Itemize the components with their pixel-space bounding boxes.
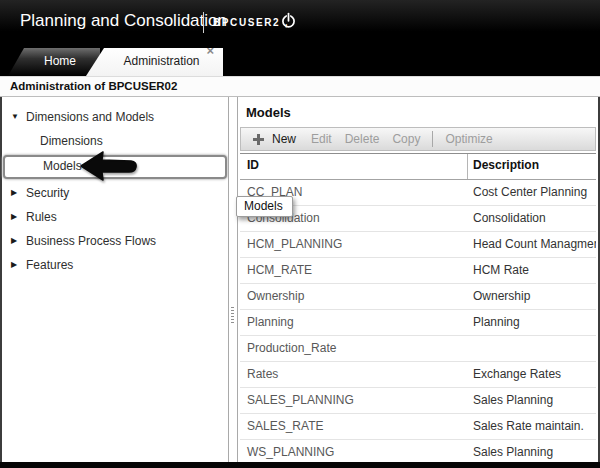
- sidebar-item-business-process-flows[interactable]: ▶ Business Process Flows: [2, 229, 228, 253]
- sidebar-item-label: Dimensions: [40, 134, 103, 148]
- table-header: ID Description: [240, 153, 596, 180]
- sidebar-item-label: Security: [26, 186, 69, 200]
- cell-id: HCM_RATE: [247, 263, 312, 277]
- cell-id: Planning: [247, 315, 294, 329]
- triangle-right-icon[interactable]: ▶: [11, 229, 17, 253]
- cell-description: Exchange Rates: [473, 367, 561, 381]
- sidebar-item-label: Models: [43, 159, 82, 173]
- cell-id: SALES_PLANNING: [247, 393, 354, 407]
- sidebar-item-security[interactable]: ▶ Security: [2, 181, 228, 205]
- table-row[interactable]: Ownership Ownership: [240, 284, 596, 310]
- sidebar-item-label: Features: [26, 258, 73, 272]
- table-row[interactable]: SALES_PLANNING Sales Planning: [240, 388, 596, 414]
- title-separator: [203, 12, 204, 33]
- table-row[interactable]: Consolidation Consolidation: [240, 206, 596, 232]
- tab-strip: Home Administration ×: [0, 45, 600, 76]
- table-row[interactable]: CC_PLAN Cost Center Planning: [240, 180, 596, 206]
- cell-description: Planning: [473, 315, 520, 329]
- logged-in-user: BPCUSER2 ,: [213, 17, 289, 28]
- new-button[interactable]: New: [272, 132, 296, 146]
- delete-button[interactable]: Delete: [345, 132, 380, 146]
- bottom-border-bar: [0, 462, 600, 468]
- cell-description: Sales Planning: [473, 445, 553, 459]
- sidebar-item-label: Dimensions and Models: [26, 110, 154, 124]
- table-row[interactable]: Planning Planning: [240, 310, 596, 336]
- power-icon[interactable]: [280, 12, 297, 29]
- cell-id: Ownership: [247, 289, 304, 303]
- optimize-button[interactable]: Optimize: [445, 132, 492, 146]
- cell-id: Rates: [247, 367, 278, 381]
- main-panel: Models New Edit Delete Copy Optimize ID …: [238, 97, 598, 462]
- copy-button[interactable]: Copy: [392, 132, 420, 146]
- table-body: CC_PLAN Cost Center Planning Consolidati…: [240, 180, 596, 462]
- table-row[interactable]: Rates Exchange Rates: [240, 362, 596, 388]
- cell-description: Consolidation: [473, 211, 546, 225]
- admin-header: Administration of BPCUSER02: [0, 76, 600, 97]
- triangle-right-icon[interactable]: ▶: [11, 181, 17, 205]
- models-tooltip: Models: [236, 196, 293, 217]
- sidebar-item-dimensions-and-models[interactable]: ▼ Dimensions and Models: [2, 105, 228, 129]
- cell-id: HCM_PLANNING: [247, 237, 342, 251]
- app-title: Planning and Consolidation: [20, 11, 227, 31]
- sidebar-item-label: Rules: [26, 210, 57, 224]
- cell-description: Sales Planning: [473, 393, 553, 407]
- tab-administration[interactable]: Administration ×: [86, 48, 223, 76]
- table-row[interactable]: Production_Rate: [240, 336, 596, 362]
- plus-icon[interactable]: [253, 134, 264, 145]
- cell-description: Cost Center Planning: [473, 185, 587, 199]
- table-row[interactable]: WS_PLANNING Sales Planning: [240, 440, 596, 462]
- toolbar-separator: [432, 131, 433, 147]
- panel-splitter[interactable]: [228, 97, 238, 462]
- page-title: Administration of BPCUSER02: [10, 77, 600, 95]
- annotation-arrow-icon: [78, 149, 140, 183]
- panel-title: Models: [246, 105, 598, 120]
- cell-description: Head Count Managment Pla: [473, 237, 596, 251]
- toolbar: New Edit Delete Copy Optimize: [240, 127, 596, 151]
- cell-description: Sales Rate maintain.: [473, 419, 584, 433]
- column-header-description[interactable]: Description: [473, 158, 539, 172]
- cell-description: HCM Rate: [473, 263, 529, 277]
- column-header-id[interactable]: ID: [247, 158, 259, 172]
- table-row[interactable]: SALES_RATE Sales Rate maintain.: [240, 414, 596, 440]
- tab-administration-label: Administration: [123, 54, 199, 68]
- edit-button[interactable]: Edit: [311, 132, 332, 146]
- sidebar-item-label: Business Process Flows: [26, 234, 156, 248]
- triangle-right-icon[interactable]: ▶: [11, 205, 17, 229]
- table-row[interactable]: HCM_PLANNING Head Count Managment Pla: [240, 232, 596, 258]
- cell-description: Ownership: [473, 289, 530, 303]
- navigation-tree: ▼ Dimensions and Models Dimensions Model…: [2, 97, 228, 277]
- table-row[interactable]: HCM_RATE HCM Rate: [240, 258, 596, 284]
- triangle-down-icon[interactable]: ▼: [11, 105, 19, 129]
- cell-id: SALES_RATE: [247, 419, 323, 433]
- cell-id: Production_Rate: [247, 341, 336, 355]
- triangle-right-icon[interactable]: ▶: [11, 253, 17, 277]
- splitter-grip-icon[interactable]: [231, 307, 234, 324]
- title-bar: Planning and Consolidation BPCUSER2 ,: [0, 0, 600, 45]
- cell-id: WS_PLANNING: [247, 445, 334, 459]
- sidebar-item-rules[interactable]: ▶ Rules: [2, 205, 228, 229]
- sidebar-item-features[interactable]: ▶ Features: [2, 253, 228, 277]
- tab-home[interactable]: Home: [8, 48, 100, 76]
- column-separator: [467, 154, 468, 179]
